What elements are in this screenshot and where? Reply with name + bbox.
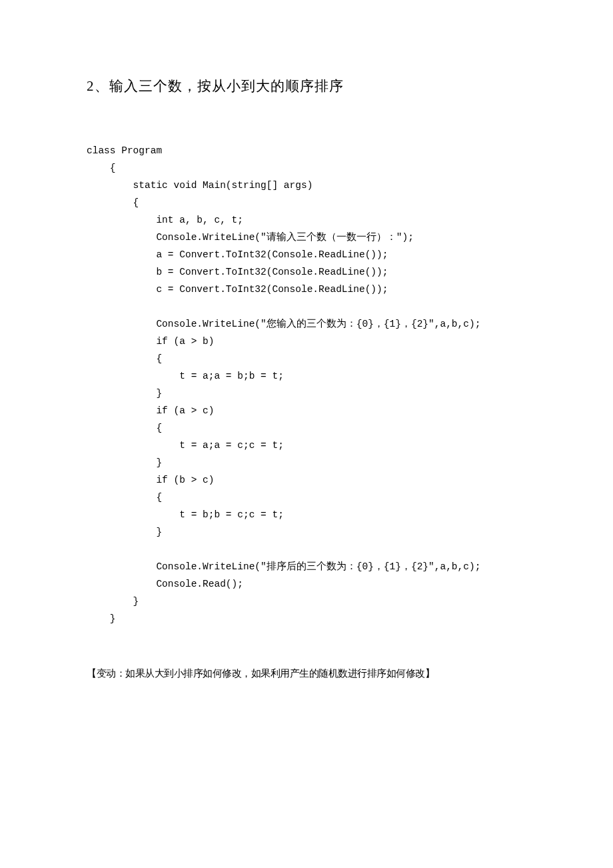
code-line: a = Convert.ToInt32(Console.ReadLine()); bbox=[87, 249, 388, 260]
code-line: if (a > b) bbox=[87, 336, 214, 347]
code-line: class Program bbox=[87, 145, 162, 156]
code-line: Console.WriteLine("排序后的三个数为：{0}，{1}，{2}"… bbox=[87, 561, 480, 572]
page-title: 2、输入三个数，按从小到大的顺序排序 bbox=[87, 77, 526, 95]
code-line: { bbox=[87, 423, 162, 433]
code-line: } bbox=[87, 613, 116, 624]
variation-note: 【变动：如果从大到小排序如何修改，如果利用产生的随机数进行排序如何修改】 bbox=[87, 667, 526, 680]
code-line: b = Convert.ToInt32(Console.ReadLine()); bbox=[87, 267, 388, 277]
code-line: { bbox=[87, 197, 139, 208]
code-line: if (a > c) bbox=[87, 405, 214, 416]
code-line: t = a;a = c;c = t; bbox=[87, 440, 284, 451]
code-line: } bbox=[87, 596, 139, 607]
code-line: t = a;a = b;b = t; bbox=[87, 371, 284, 381]
code-line: } bbox=[87, 457, 162, 468]
code-line: if (b > c) bbox=[87, 475, 214, 485]
code-line: static void Main(string[] args) bbox=[87, 180, 312, 191]
code-line: c = Convert.ToInt32(Console.ReadLine()); bbox=[87, 284, 388, 295]
code-line: { bbox=[87, 353, 162, 364]
code-line: Console.WriteLine("您输入的三个数为：{0}，{1}，{2}"… bbox=[87, 319, 480, 329]
code-line: Console.Read(); bbox=[87, 579, 243, 589]
code-line: } bbox=[87, 527, 162, 537]
code-line: Console.WriteLine("请输入三个数（一数一行）："); bbox=[87, 232, 414, 243]
code-line: t = b;b = c;c = t; bbox=[87, 509, 284, 520]
code-line: { bbox=[87, 492, 162, 503]
code-line: int a, b, c, t; bbox=[87, 215, 243, 225]
code-line: } bbox=[87, 388, 162, 399]
code-block: class Program { static void Main(string[… bbox=[87, 142, 526, 627]
code-line: { bbox=[87, 163, 116, 173]
